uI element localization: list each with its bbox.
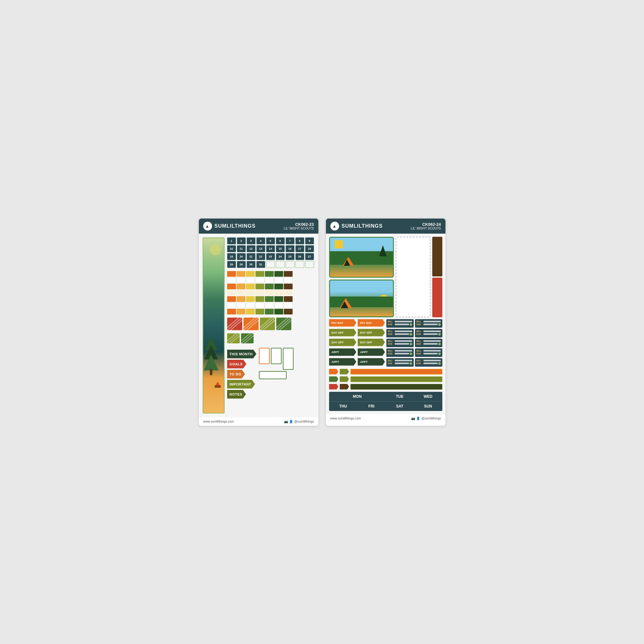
cs-brown-1 (284, 271, 292, 277)
tree-bottom (203, 355, 219, 370)
num-19: 19 (227, 253, 236, 260)
num-6: 6 (276, 237, 285, 244)
page-wrapper: ▲ SUMLILTHINGS CK062-23 LIL' MISFIT SCOU… (186, 206, 458, 438)
cs-ol-2 (255, 284, 264, 289)
bill-label-3: BILL (388, 330, 394, 332)
hatch-green-sm (241, 333, 253, 343)
due-row-9: DUE (388, 362, 412, 365)
cs-olive-1 (255, 271, 264, 277)
flag-this-month: THIS MONTH (227, 350, 256, 358)
due-line-5 (395, 343, 409, 345)
logo-icon-2: ▲ (330, 222, 339, 230)
logo-icon: ▲ (203, 222, 212, 230)
num-9: 9 (305, 237, 314, 244)
brand-name-2: SUMLILTHINGS (342, 223, 383, 229)
bill-line-9 (395, 360, 412, 361)
day-wed: WED (414, 392, 442, 401)
num-5: 5 (266, 237, 275, 244)
tent-inner-1 (344, 259, 350, 266)
strip-row-3 (227, 284, 314, 289)
cs-y-2 (246, 284, 255, 289)
hatch-lines-svg (227, 318, 242, 330)
color-bar-rows (329, 369, 442, 390)
cs-w-b5 (265, 303, 274, 308)
cs-lo-2 (236, 284, 245, 289)
bill-row-2: BILL (417, 320, 441, 323)
strip-row-7 (227, 309, 314, 314)
mini-arrow-olive-2 (340, 376, 349, 382)
due-label-8: DUE (417, 353, 423, 355)
sheet2-top-section (329, 237, 442, 317)
date-number-grid: 1 2 3 4 5 6 7 8 9 10 11 (227, 237, 314, 268)
cs-white-3 (246, 277, 255, 283)
bill-row-8: BILL (417, 350, 441, 352)
flag-dayoff-4: DAY OFF (358, 339, 385, 346)
num-30: 30 (247, 261, 255, 268)
instagram-icon: 📷 (284, 420, 288, 423)
sheet1-footer: www.sumlilthings.com 📷 👤 @sumlilthings (199, 417, 318, 426)
num-1: 1 (227, 237, 236, 244)
bill-line-7 (395, 350, 412, 352)
num-25: 25 (286, 253, 294, 260)
cs-cream-2 (236, 290, 245, 296)
bill-line-2 (424, 321, 441, 322)
flag-appt-2: APPT (358, 348, 385, 356)
svg-line-3 (243, 318, 258, 330)
bar-row-2 (329, 376, 442, 382)
num-22: 22 (256, 253, 265, 260)
due-label-4: DUE (417, 333, 423, 335)
num-empty-4 (295, 261, 304, 268)
tree-1 (379, 245, 387, 256)
due-row-3: DUE (388, 333, 412, 336)
bill-line-10 (424, 360, 441, 361)
social-links-2: 📷 👤 @sumlilthings (411, 417, 441, 420)
bill-line-3 (395, 330, 412, 332)
strip-row-2 (227, 277, 314, 283)
due-row-2: DUE (417, 323, 441, 326)
nature-scene (203, 237, 225, 414)
mini-arrow-orange-1 (329, 369, 339, 375)
hatch-svg-sm2 (241, 333, 253, 343)
cs-cream-5 (265, 290, 274, 296)
bill-row-5: BILL (388, 340, 412, 342)
bill-line-6 (424, 340, 441, 342)
sheet1-header: ▲ SUMLILTHINGS CK062-23 LIL' MISFIT SCOU… (199, 219, 318, 234)
code-info-2: CK062-24 LIL' MISFIT SCOUTS (411, 222, 441, 230)
social-links-1: 📷 👤 @sumlilthings (284, 420, 314, 423)
due-line-9 (395, 363, 409, 364)
hatch-lines-svg4 (276, 318, 291, 330)
flag-dayoff-2: DAY OFF (358, 329, 385, 336)
hatch-svg-sm1 (227, 333, 240, 343)
white-box-green-1 (271, 348, 281, 364)
flag-important: IMPORTANT (227, 380, 256, 389)
cs-br4 (284, 309, 292, 314)
due-label-7: DUE (388, 353, 394, 355)
cs-w-b2 (236, 303, 245, 308)
due-row-8: DUE (417, 353, 441, 355)
footer-website-1: www.sumlilthings.com (203, 420, 234, 423)
due-dot-1 (410, 323, 412, 326)
bar-row-3 (329, 384, 442, 390)
long-bar-olive-1 (351, 376, 442, 382)
bill-label-6: BILL (417, 340, 423, 342)
footer-social-2: @sumlilthings (421, 417, 441, 420)
flag-payday-1: PAY DAY (329, 319, 357, 327)
camp-scene-top (329, 237, 394, 278)
cs-cream-1 (227, 290, 236, 296)
bill-card-8: BILL DUE (415, 348, 442, 357)
due-row-4: DUE (417, 333, 441, 336)
cs-ol3 (255, 296, 264, 302)
hatch-lines-svg2 (243, 318, 258, 330)
bill-label-10: BILL (417, 359, 423, 362)
num-8: 8 (295, 237, 304, 244)
hatch-pattern-section (227, 318, 314, 330)
sheet2-header: ▲ SUMLILTHINGS CK062-24 LIL' MISFIT SCOU… (326, 219, 446, 234)
hatch-orange (243, 318, 258, 330)
cs-orange-1 (227, 271, 236, 277)
num-31: 31 (256, 261, 265, 268)
day-sat: SAT (386, 402, 414, 411)
flag-labels-section: THIS MONTH GOALS TO DO IMPORTANT (227, 348, 314, 399)
number-row-3: 19 20 21 22 23 24 25 26 27 (227, 253, 314, 260)
product-subtitle-2: LIL' MISFIT SCOUTS (411, 227, 441, 230)
num-27: 27 (305, 253, 314, 260)
